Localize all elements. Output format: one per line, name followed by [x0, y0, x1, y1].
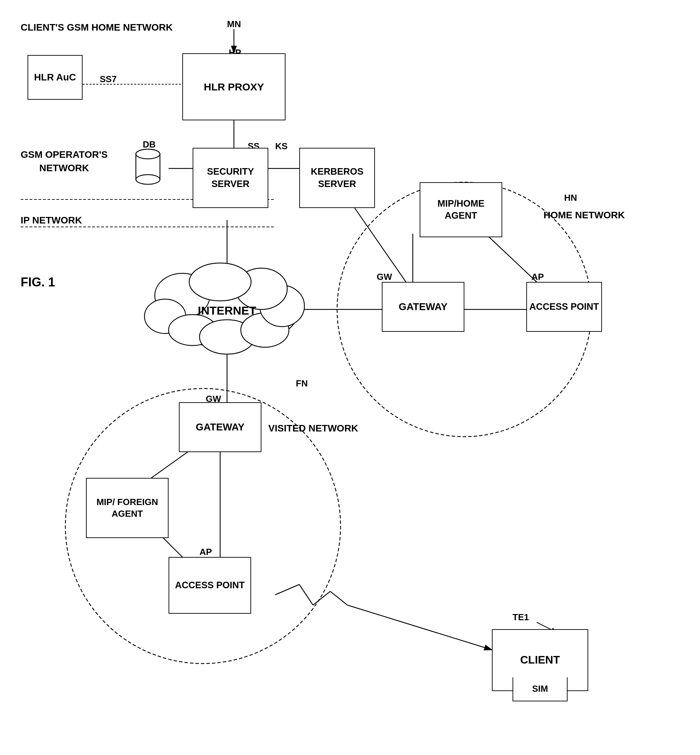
mip-foreign-agent-box: MIP/ FOREIGN AGENT: [86, 478, 169, 538]
ip-network-label: IP NETWORK: [20, 215, 82, 226]
svg-line-18: [299, 585, 313, 605]
svg-point-22: [155, 271, 299, 347]
hn-label: HN: [564, 192, 577, 203]
svg-point-38: [136, 175, 160, 184]
svg-point-28: [260, 285, 305, 327]
kerberos-server-box: KERBEROS SERVER: [299, 148, 375, 208]
ss7-label: SS7: [100, 74, 117, 84]
clients-gsm-home-network-label: CLIENT'S GSM HOME NETWORK: [20, 20, 173, 34]
home-network-label: HOME NETWORK: [544, 210, 625, 221]
mip-home-agent-box: MIP/HOME AGENT: [420, 182, 502, 237]
te1-label: TE1: [512, 612, 529, 622]
svg-point-24: [144, 299, 186, 334]
sim-box: SIM: [512, 677, 567, 701]
ap-visited-label: AP: [200, 547, 212, 557]
gw-home-label: GW: [377, 271, 392, 282]
svg-point-26: [200, 320, 255, 354]
security-server-box: SECURITY SERVER: [193, 148, 268, 208]
gateway-visited-box: GATEWAY: [179, 402, 261, 452]
svg-point-25: [169, 315, 217, 346]
db-label: DB: [143, 139, 156, 150]
access-point-visited-box: ACCESS POINT: [169, 557, 251, 614]
svg-line-20: [330, 591, 347, 605]
hlr-auc-box: HLR AuC: [28, 55, 83, 100]
gateway-home-box: GATEWAY: [382, 282, 464, 332]
db-cylinder: [134, 148, 162, 186]
connections-svg: INTERNET: [0, 0, 700, 755]
svg-text:INTERNET: INTERNET: [198, 304, 256, 317]
access-point-home-box: ACCESS POINT: [526, 282, 602, 332]
mn-label: MN: [227, 19, 241, 30]
svg-point-23: [155, 273, 210, 318]
svg-line-17: [275, 585, 299, 595]
hlr-proxy-box: HLR PROXY: [182, 53, 286, 120]
svg-line-19: [313, 591, 330, 605]
fig1-label: FIG. 1: [20, 275, 55, 290]
svg-line-21: [347, 605, 492, 650]
svg-point-39: [136, 149, 160, 159]
svg-point-27: [241, 313, 289, 347]
ap-home-label: AP: [531, 271, 544, 282]
fn-label: FN: [296, 378, 308, 389]
ks-label: KS: [275, 141, 288, 151]
gsm-operators-network-label: GSM OPERATOR'SNETWORK: [20, 148, 108, 175]
diagram: INTERNET CLIENT'S GSM HOME NETWORK HLR A…: [0, 0, 700, 755]
svg-point-30: [189, 263, 251, 301]
visited-network-label: VISITED NETWORK: [268, 423, 358, 434]
svg-point-29: [236, 268, 287, 309]
